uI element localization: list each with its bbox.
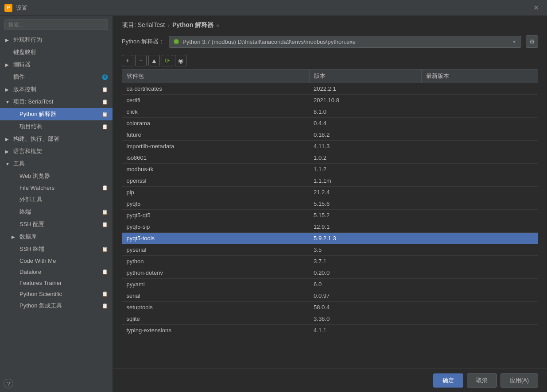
sidebar-item-python-integrated[interactable]: Python 集成工具📋	[0, 300, 113, 312]
sidebar-item-label: 插件	[13, 73, 25, 81]
sidebar-item-project[interactable]: ▼项目: SerialTest📋	[0, 96, 113, 108]
sidebar-item-ext-tools[interactable]: 外部工具	[0, 193, 113, 206]
table-row[interactable]: pyqt5-tools5.9.2.1.3	[122, 233, 538, 244]
cell-package-name: future	[122, 129, 310, 141]
breadcrumb-icon: ≡	[216, 22, 219, 28]
sidebar-item-python-scientific[interactable]: Python Scientific📋	[0, 288, 113, 300]
table-row[interactable]: serial0.0.97	[122, 290, 538, 302]
sidebar-item-terminal[interactable]: 终端📋	[0, 206, 113, 218]
arrow-icon: ▶	[5, 62, 11, 67]
cell-latest-version	[422, 141, 538, 152]
sidebar-item-code-with-me[interactable]: Code With Me	[0, 255, 113, 266]
apply-button[interactable]: 应用(A)	[500, 373, 538, 388]
cell-version: 58.0.4	[309, 302, 422, 313]
cell-version: 0.18.2	[309, 129, 422, 141]
table-row[interactable]: sqlite3.38.0	[122, 313, 538, 325]
sidebar: ▶外观和行为键盘映射▶编辑器插件🌐▶版本控制📋▼项目: SerialTest📋P…	[0, 16, 113, 392]
sidebar-item-label: 工具	[13, 160, 25, 168]
col-header-pkg: 软件包	[122, 69, 310, 83]
table-row[interactable]: future0.18.2	[122, 129, 538, 141]
sidebar-item-project-structure[interactable]: 项目结构📋	[0, 120, 113, 133]
cell-latest-version	[422, 256, 538, 267]
sidebar-item-editor[interactable]: ▶编辑器	[0, 58, 113, 71]
cell-package-name: pip	[122, 187, 310, 198]
cell-package-name: colorama	[122, 118, 310, 129]
table-row[interactable]: pyyaml6.0	[122, 279, 538, 290]
cell-latest-version	[422, 221, 538, 233]
cell-latest-version	[422, 210, 538, 221]
cell-version: 1.1.1m	[309, 175, 422, 187]
cell-package-name: pyqt5	[122, 198, 310, 210]
sidebar-item-datalore[interactable]: Datalore📋	[0, 266, 113, 277]
cancel-button[interactable]: 取消	[467, 373, 497, 388]
sidebar-item-label: 外观和行为	[13, 36, 42, 44]
close-button[interactable]: ✕	[530, 2, 543, 14]
table-row[interactable]: ca-certificates2022.2.1	[122, 83, 538, 95]
up-button[interactable]: ▲	[148, 55, 160, 66]
sidebar-item-label: Python 解释器	[19, 110, 56, 118]
sidebar-item-ssh-terminal[interactable]: SSH 终端📋	[0, 243, 113, 255]
cell-package-name: pyyaml	[122, 279, 310, 290]
interpreter-select[interactable]: Python 3.7 (modbus) D:\Install\anaconda3…	[169, 36, 521, 48]
table-row[interactable]: click8.1.0	[122, 106, 538, 118]
table-row[interactable]: modbus-tk1.1.2	[122, 164, 538, 175]
cell-package-name: serial	[122, 290, 310, 302]
cell-latest-version	[422, 106, 538, 118]
sidebar-item-vcs[interactable]: ▶版本控制📋	[0, 83, 113, 96]
table-row[interactable]: importlib-metadata4.11.3	[122, 141, 538, 152]
sidebar-item-file-watchers[interactable]: File Watchers📋	[0, 182, 113, 193]
sidebar-item-build[interactable]: ▶构建、执行、部署	[0, 133, 113, 145]
cell-latest-version	[422, 233, 538, 244]
sidebar-item-icon: 📋	[102, 111, 108, 117]
table-row[interactable]: setuptools58.0.4	[122, 302, 538, 313]
sidebar-item-features-trainer[interactable]: Features Trainer	[0, 277, 113, 288]
refresh-button[interactable]: ⟳	[162, 55, 173, 66]
cell-latest-version	[422, 152, 538, 164]
table-row[interactable]: pyqt5-qt55.15.2	[122, 210, 538, 221]
table-row[interactable]: typing-extensions4.1.1	[122, 325, 538, 336]
ok-button[interactable]: 确定	[433, 373, 463, 388]
table-row[interactable]: pip21.2.4	[122, 187, 538, 198]
table-row[interactable]: openssl1.1.1m	[122, 175, 538, 187]
cell-version: 5.9.2.1.3	[309, 233, 422, 244]
table-row[interactable]: pyqt5-sip12.9.1	[122, 221, 538, 233]
cell-package-name: ca-certificates	[122, 83, 310, 95]
add-package-button[interactable]: +	[122, 55, 133, 66]
sidebar-item-python-interpreter[interactable]: Python 解释器📋	[0, 108, 113, 120]
help-button[interactable]: ?	[4, 379, 13, 388]
search-input[interactable]	[4, 19, 108, 30]
table-row[interactable]: pyqt55.15.6	[122, 198, 538, 210]
interpreter-label: Python 解释器：	[122, 38, 164, 46]
sidebar-item-ssh-config[interactable]: SSH 配置📋	[0, 218, 113, 231]
sidebar-item-lang[interactable]: ▶语言和框架	[0, 145, 113, 158]
sidebar-item-label: Datalore	[19, 269, 41, 275]
sidebar-item-label: 项目: SerialTest	[13, 98, 53, 106]
eye-button[interactable]: ◉	[175, 55, 186, 66]
sidebar-item-web-browser[interactable]: Web 浏览器	[0, 170, 113, 182]
sidebar-item-keymap[interactable]: 键盘映射	[0, 46, 113, 58]
sidebar-item-database[interactable]: ▶数据库	[0, 231, 113, 243]
remove-package-button[interactable]: −	[135, 55, 147, 66]
cell-latest-version	[422, 290, 538, 302]
sidebar-item-label: Code With Me	[19, 257, 56, 264]
cell-package-name: python	[122, 256, 310, 267]
cell-package-name: pyqt5-tools	[122, 233, 310, 244]
table-row[interactable]: iso86011.0.2	[122, 152, 538, 164]
cell-version: 21.2.4	[309, 187, 422, 198]
gear-button[interactable]: ⚙	[526, 35, 538, 48]
table-row[interactable]: colorama0.4.4	[122, 118, 538, 129]
sidebar-item-appearance[interactable]: ▶外观和行为	[0, 34, 113, 46]
table-row[interactable]: pyserial3.5	[122, 244, 538, 256]
sidebar-item-label: 项目结构	[19, 123, 43, 131]
cell-version: 5.15.2	[309, 210, 422, 221]
table-row[interactable]: python-dotenv0.20.0	[122, 267, 538, 279]
cell-package-name: openssl	[122, 175, 310, 187]
sidebar-item-label: 数据库	[19, 233, 37, 241]
table-row[interactable]: python3.7.1	[122, 256, 538, 267]
table-row[interactable]: certifi2021.10.8	[122, 95, 538, 106]
sidebar-item-plugins[interactable]: 插件🌐	[0, 71, 113, 83]
cell-package-name: click	[122, 106, 310, 118]
sidebar-item-tools[interactable]: ▼工具	[0, 158, 113, 170]
sidebar-item-icon: 📋	[102, 269, 108, 275]
cell-package-name: python-dotenv	[122, 267, 310, 279]
